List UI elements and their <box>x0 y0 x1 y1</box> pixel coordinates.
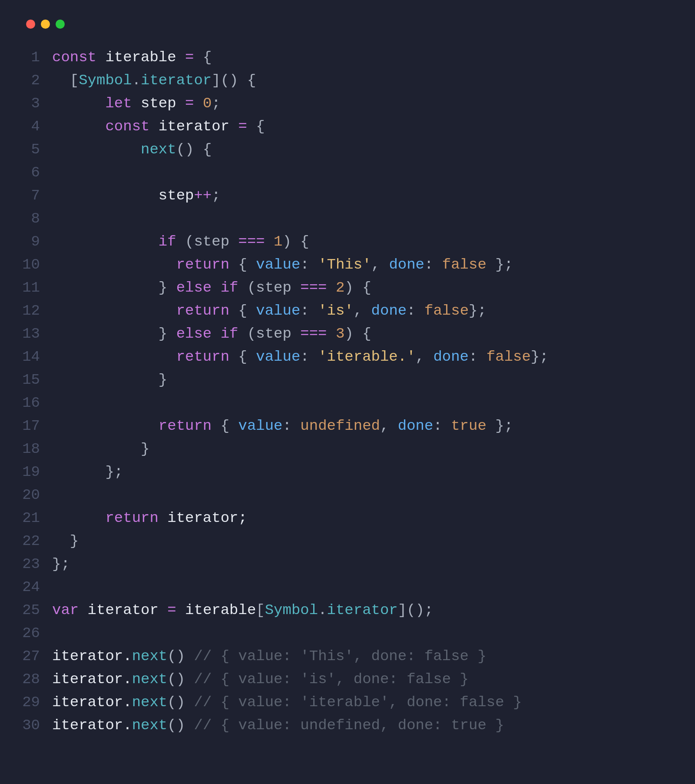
code-line[interactable]: 6 <box>17 161 678 184</box>
token-punct: { <box>229 349 256 365</box>
token-ident: iterator <box>79 602 167 618</box>
token-prop: value <box>256 302 300 319</box>
token-ident <box>194 95 202 112</box>
code-content[interactable]: [Symbol.iterator]() { <box>52 69 256 92</box>
token-kw: return <box>176 256 229 273</box>
token-punct: : <box>433 418 451 434</box>
code-line[interactable]: 2 [Symbol.iterator]() { <box>17 69 678 92</box>
code-line[interactable]: 15 } <box>17 369 678 392</box>
code-line[interactable]: 28iterator.next() // { value: 'is', done… <box>17 668 678 691</box>
code-content[interactable]: }; <box>52 461 123 484</box>
token-prop: value <box>238 418 282 434</box>
code-content[interactable]: var iterator = iterable[Symbol.iterator]… <box>52 599 433 622</box>
code-line[interactable]: 17 return { value: undefined, done: true… <box>17 415 678 438</box>
code-line[interactable]: 14 return { value: 'iterable.', done: fa… <box>17 345 678 369</box>
line-number: 26 <box>17 622 52 645</box>
code-line[interactable]: 24 <box>17 576 678 599</box>
code-line[interactable]: 22 } <box>17 530 678 553</box>
code-content[interactable]: return iterator; <box>52 507 247 530</box>
code-line[interactable]: 11 } else if (step === 2) { <box>17 276 678 299</box>
token-punct: } <box>141 441 149 457</box>
code-line[interactable]: 16 <box>17 392 678 415</box>
token-punct: , <box>380 418 398 434</box>
token-const: undefined <box>300 418 380 434</box>
code-content[interactable]: }; <box>52 553 70 576</box>
code-content[interactable]: } <box>52 530 79 553</box>
line-number: 8 <box>17 207 52 230</box>
code-content[interactable]: } else if (step === 2) { <box>52 276 371 299</box>
token-ident <box>327 279 336 296</box>
token-ident: iterator. <box>52 694 132 711</box>
code-content[interactable]: iterator.next() // { value: 'This', done… <box>52 645 486 668</box>
code-content[interactable]: if (step === 1) { <box>52 230 309 253</box>
code-line[interactable]: 8 <box>17 207 678 230</box>
code-content[interactable]: } <box>52 438 149 461</box>
token-prop: done <box>433 349 469 365</box>
code-content[interactable]: return { value: 'is', done: false}; <box>52 299 486 322</box>
token-fn: next <box>141 141 176 158</box>
code-content[interactable]: let step = 0; <box>52 92 221 115</box>
token-punct: () <box>167 648 194 664</box>
token-ident <box>52 510 105 526</box>
maximize-icon[interactable] <box>56 20 65 29</box>
token-kw: return <box>176 302 229 319</box>
code-content[interactable]: step++; <box>52 184 221 207</box>
code-content[interactable]: iterator.next() // { value: undefined, d… <box>52 714 504 737</box>
token-ident <box>52 233 159 250</box>
token-op: === <box>300 326 327 342</box>
token-ident: step <box>52 187 194 204</box>
code-content[interactable]: const iterator = { <box>52 115 265 138</box>
token-punct: { <box>229 302 256 319</box>
code-content[interactable]: return { value: 'iterable.', done: false… <box>52 345 549 369</box>
code-line[interactable]: 27iterator.next() // { value: 'This', do… <box>17 645 678 668</box>
token-op: = <box>167 602 176 618</box>
code-content[interactable]: const iterable = { <box>52 46 212 69</box>
code-line[interactable]: 19 }; <box>17 461 678 484</box>
code-content[interactable]: iterator.next() // { value: 'is', done: … <box>52 668 469 691</box>
token-ident <box>52 441 141 457</box>
code-line[interactable]: 23}; <box>17 553 678 576</box>
code-line[interactable]: 21 return iterator; <box>17 507 678 530</box>
code-line[interactable]: 29iterator.next() // { value: 'iterable'… <box>17 691 678 714</box>
code-line[interactable]: 30iterator.next() // { value: undefined,… <box>17 714 678 737</box>
code-line[interactable]: 18 } <box>17 438 678 461</box>
code-content[interactable]: next() { <box>52 138 212 161</box>
close-icon[interactable] <box>26 20 35 29</box>
code-line[interactable]: 4 const iterator = { <box>17 115 678 138</box>
token-punct: } <box>159 326 176 342</box>
line-number: 5 <box>17 138 52 161</box>
token-ident <box>52 118 105 135</box>
code-line[interactable]: 12 return { value: 'is', done: false}; <box>17 299 678 322</box>
token-punct: { <box>212 418 238 434</box>
code-content[interactable]: iterator.next() // { value: 'iterable', … <box>52 691 522 714</box>
line-number: 18 <box>17 438 52 461</box>
code-editor[interactable]: 1const iterable = {2 [Symbol.iterator]()… <box>17 42 678 741</box>
code-content[interactable]: } else if (step === 3) { <box>52 322 371 345</box>
token-punct: () <box>167 671 194 688</box>
code-line[interactable]: 26 <box>17 622 678 645</box>
code-line[interactable]: 3 let step = 0; <box>17 92 678 115</box>
minimize-icon[interactable] <box>41 20 50 29</box>
token-fn: iterator <box>141 72 212 89</box>
code-content[interactable]: return { value: undefined, done: true }; <box>52 415 513 438</box>
token-ident: iterator <box>149 118 238 135</box>
token-prop: done <box>389 256 424 273</box>
token-punct: } <box>159 372 167 388</box>
token-kw: if <box>159 233 176 250</box>
token-punct: (step <box>238 279 300 296</box>
code-line[interactable]: 20 <box>17 484 678 507</box>
token-ident <box>327 326 336 342</box>
token-punct: : <box>300 302 318 319</box>
token-punct: : <box>469 349 486 365</box>
code-line[interactable]: 1const iterable = { <box>17 46 678 69</box>
code-line[interactable]: 5 next() { <box>17 138 678 161</box>
code-line[interactable]: 25var iterator = iterable[Symbol.iterato… <box>17 599 678 622</box>
code-line[interactable]: 9 if (step === 1) { <box>17 230 678 253</box>
code-line[interactable]: 13 } else if (step === 3) { <box>17 322 678 345</box>
code-line[interactable]: 7 step++; <box>17 184 678 207</box>
code-content[interactable]: return { value: 'This', done: false }; <box>52 253 513 276</box>
token-num: 1 <box>274 233 282 250</box>
token-punct: { <box>194 49 212 66</box>
code-line[interactable]: 10 return { value: 'This', done: false }… <box>17 253 678 276</box>
code-content[interactable]: } <box>52 369 167 392</box>
